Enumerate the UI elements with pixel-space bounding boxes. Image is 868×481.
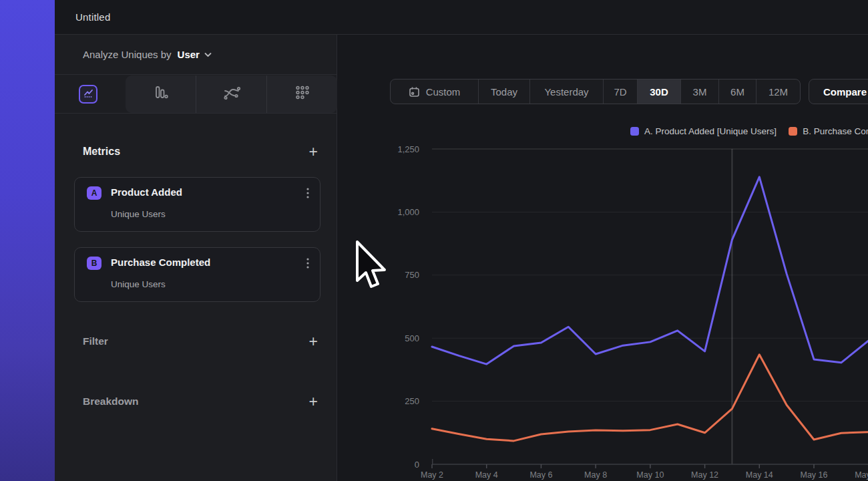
svg-text:1,000: 1,000 [397,207,419,217]
range-12m-button[interactable]: 12M [756,79,800,104]
range-label: Today [491,86,517,98]
report-type-tab-group [126,75,337,113]
compare-label: Compare [823,86,867,98]
filter-section-header: Filter + [55,331,337,352]
tab-flows[interactable] [196,75,266,113]
line-chart-icon [83,88,94,102]
breakdown-section-header: Breakdown + [55,391,337,412]
bar-chart-icon [152,84,170,104]
range-30d-button[interactable]: 30D [637,79,680,104]
metric-measurement[interactable]: Unique Users [111,209,166,219]
legend-item-series-b[interactable]: B. Purchase Completed [Unique Users] [789,126,868,136]
svg-text:250: 250 [405,396,419,406]
range-label: 7D [614,86,626,98]
range-yesterday-button[interactable]: Yesterday [529,79,603,104]
legend-swatch-orange [789,127,797,136]
range-label: 12M [769,86,788,98]
compare-button[interactable]: Compare [809,79,868,104]
svg-text:May 6: May 6 [529,470,552,480]
svg-text:May 16: May 16 [801,470,828,480]
metric-event-name[interactable]: Purchase Completed [111,257,210,268]
flows-icon [222,85,241,104]
svg-text:1,250: 1,250 [397,144,419,154]
add-breakdown-button[interactable]: + [309,395,318,408]
legend-label: A. Product Added [Unique Users] [644,126,777,136]
kebab-menu-icon[interactable] [306,258,309,271]
range-3m-button[interactable]: 3M [680,79,718,104]
range-label: 3M [693,86,707,98]
analyze-entity-dropdown[interactable]: User [178,49,200,60]
app-window: { "window": { "title": "Untitled" }, "si… [0,0,868,481]
range-label: Custom [426,86,461,98]
grid-dots-icon [294,85,310,104]
metrics-section-header: Metrics + [55,141,337,162]
kebab-menu-icon[interactable] [306,188,309,201]
svg-text:0: 0 [415,460,419,470]
svg-text:May 12: May 12 [691,470,718,480]
svg-text:May 18: May 18 [855,470,868,480]
metric-card-product-added[interactable]: A Product Added Unique Users [74,177,320,232]
metric-letter-badge: A [87,186,101,200]
top-bar: Untitled [55,0,868,35]
svg-text:May 2: May 2 [421,470,443,480]
add-filter-button[interactable]: + [309,335,318,348]
range-6m-button[interactable]: 6M [718,79,756,104]
date-range-segmented-control: Custom Today Yesterday 7D 30D 3M 6M 12M [390,79,801,104]
legend-label: B. Purchase Completed [Unique Users] [803,126,868,136]
query-sidebar: Analyze Uniques by User [55,35,337,481]
metric-event-name[interactable]: Product Added [111,186,182,198]
metric-card-purchase-completed[interactable]: B Purchase Completed Unique Users [74,247,320,302]
tab-funnels[interactable] [126,75,196,113]
legend-item-series-a[interactable]: A. Product Added [Unique Users] [630,126,777,136]
chart-legend: A. Product Added [Unique Users] B. Purch… [630,126,868,136]
chevron-down-icon[interactable] [204,52,212,57]
breakdown-heading: Breakdown [83,395,139,408]
svg-text:May 14: May 14 [746,470,773,480]
svg-text:May 8: May 8 [584,470,607,480]
calendar-icon [409,86,420,98]
legend-swatch-purple [630,127,639,136]
filter-heading: Filter [83,335,108,347]
range-label: 30D [650,86,668,98]
range-label: 6M [730,86,744,98]
report-type-tabs [55,75,337,114]
analyze-label: Analyze Uniques by [83,49,172,60]
analyze-row: Analyze Uniques by User [55,35,337,75]
add-metric-button[interactable]: + [309,145,318,158]
tab-retention[interactable] [266,75,337,113]
svg-text:500: 500 [405,333,419,343]
metrics-heading: Metrics [83,146,120,158]
tab-insights[interactable] [79,85,97,104]
metric-letter-badge: B [87,257,101,270]
range-7d-button[interactable]: 7D [603,79,637,104]
metric-measurement[interactable]: Unique Users [111,279,166,289]
report-title[interactable]: Untitled [75,11,110,23]
svg-text:May 10: May 10 [636,470,664,480]
svg-text:May 4: May 4 [475,470,498,480]
range-label: Yesterday [544,86,588,98]
svg-text:750: 750 [405,270,419,280]
range-custom-button[interactable]: Custom [391,79,478,104]
range-today-button[interactable]: Today [478,79,529,104]
